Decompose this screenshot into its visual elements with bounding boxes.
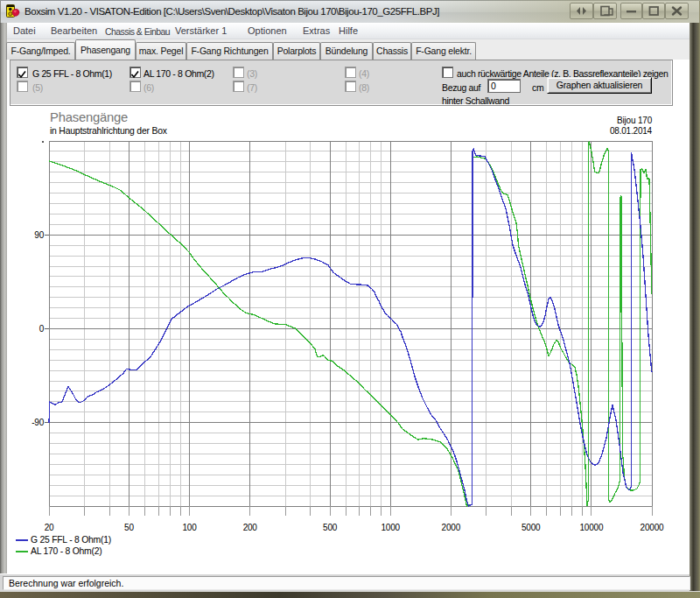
svg-text:0: 0 xyxy=(39,324,45,334)
svg-text:1000: 1000 xyxy=(381,523,400,532)
svg-text:in Hauptstrahlrichtung der Box: in Hauptstrahlrichtung der Box xyxy=(50,126,168,136)
svg-text:Bijou 170: Bijou 170 xyxy=(617,116,653,125)
svg-text:-90: -90 xyxy=(32,418,44,427)
svg-text:20: 20 xyxy=(45,523,54,532)
svg-text:Phasengänge: Phasengänge xyxy=(50,110,128,124)
svg-text:08.01.2014: 08.01.2014 xyxy=(610,126,653,136)
svg-text:100: 100 xyxy=(182,523,197,532)
svg-text:10000: 10000 xyxy=(579,523,603,532)
svg-text:5000: 5000 xyxy=(522,523,541,532)
svg-text:90: 90 xyxy=(34,230,44,240)
svg-text:500: 500 xyxy=(323,523,338,532)
svg-text:20000: 20000 xyxy=(640,523,664,532)
svg-text:2000: 2000 xyxy=(442,523,461,532)
svg-text:200: 200 xyxy=(243,523,258,532)
svg-text:50: 50 xyxy=(124,523,134,532)
svg-text:G 25 FFL - 8 Ohm(1): G 25 FFL - 8 Ohm(1) xyxy=(31,535,111,545)
svg-text:AL 170 - 8 Ohm(2): AL 170 - 8 Ohm(2) xyxy=(31,546,102,556)
